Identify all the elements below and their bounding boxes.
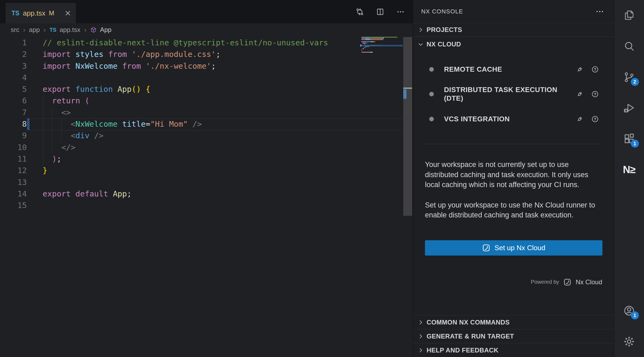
git-modified-badge: M <box>49 9 54 17</box>
breadcrumb-file[interactable]: app.tsx <box>60 26 80 34</box>
setup-nx-cloud-button[interactable]: Set up Nx Cloud <box>425 240 602 256</box>
feature-label: VCS INTEGRATION <box>444 115 573 123</box>
code-token <box>43 131 71 140</box>
nx-cloud-logo-icon <box>563 278 571 286</box>
line-number[interactable]: 14 <box>0 188 27 200</box>
panel-header: NX CONSOLE <box>413 0 614 23</box>
code-line[interactable]: import NxWelcome from './nx-welcome'; <box>43 60 328 72</box>
line-number[interactable]: 11 <box>0 153 27 165</box>
connect-plug-icon[interactable] <box>576 115 584 123</box>
code-line[interactable]: ); <box>43 153 328 165</box>
minimap-line <box>361 41 402 42</box>
breadcrumb-symbol[interactable]: App <box>100 26 112 34</box>
line-number[interactable]: 9 <box>0 130 27 141</box>
chevron-right-icon <box>417 27 424 33</box>
connect-plug-icon[interactable] <box>576 65 584 73</box>
activitybar-settings[interactable] <box>614 326 644 357</box>
help-icon[interactable]: ? <box>591 115 599 123</box>
code-line[interactable]: return ( <box>43 95 328 107</box>
help-icon[interactable]: ? <box>591 65 599 73</box>
code-line[interactable]: // eslint-disable-next-line @typescript-… <box>43 37 328 49</box>
code-line[interactable] <box>43 72 328 83</box>
code-line[interactable]: <> <box>43 107 328 118</box>
code-line[interactable]: export default App; <box>43 188 328 200</box>
code-token: from <box>117 61 146 71</box>
code-line[interactable]: <div /> <box>43 130 328 141</box>
activitybar-run-debug[interactable] <box>614 93 644 123</box>
activitybar-extensions[interactable]: 1 <box>614 123 644 154</box>
code-line[interactable] <box>43 200 328 211</box>
split-editor-icon[interactable] <box>376 8 384 16</box>
feature-actions: ? <box>576 65 599 73</box>
tab-app-tsx[interactable]: TS app.tsx M <box>6 3 76 23</box>
activitybar-search[interactable] <box>614 31 644 62</box>
code-line[interactable] <box>43 177 328 188</box>
section-nx-cloud[interactable]: NX CLOUD <box>413 37 614 52</box>
code-line[interactable]: import styles from './app.module.css'; <box>43 49 328 60</box>
code-token: <> <box>61 108 71 117</box>
help-icon[interactable]: ? <box>591 90 599 98</box>
connect-plug-icon[interactable] <box>576 90 584 98</box>
section-generate-run-target[interactable]: GENERATE & RUN TARGET <box>413 329 614 343</box>
section-label: HELP AND FEEDBACK <box>427 347 498 354</box>
minimap[interactable] <box>361 37 402 54</box>
feature-actions: ? <box>576 90 599 98</box>
extensions-badge: 1 <box>631 140 639 148</box>
collapsed-sections: COMMON NX COMMANDSGENERATE & RUN TARGETH… <box>413 315 614 357</box>
code-line[interactable]: } <box>43 165 328 176</box>
more-actions-icon[interactable] <box>595 7 604 16</box>
line-number[interactable]: 2 <box>0 49 27 60</box>
activitybar-accounts[interactable]: 1 <box>614 295 644 326</box>
line-number[interactable]: 6 <box>0 95 27 107</box>
section-projects[interactable]: PROJECTS <box>413 23 614 37</box>
line-number[interactable]: 13 <box>0 177 27 188</box>
section-common-nx-commands[interactable]: COMMON NX COMMANDS <box>413 315 614 329</box>
line-number[interactable]: 4 <box>0 72 27 83</box>
code-line[interactable]: <NxWelcome title="Hi Mom" /> <box>43 118 328 130</box>
breadcrumb-app[interactable]: app <box>29 26 40 34</box>
code-token: /> <box>188 119 202 129</box>
panel-title: NX CONSOLE <box>421 8 463 15</box>
minimap-modified-marker <box>360 45 361 46</box>
open-changes-icon[interactable] <box>356 8 364 16</box>
code-token: "Hi Mom" <box>150 119 188 129</box>
vertical-scrollbar[interactable] <box>403 36 412 357</box>
scrollbar-slider[interactable] <box>403 37 412 216</box>
line-number[interactable]: 5 <box>0 83 27 95</box>
code-token: } <box>43 166 47 175</box>
activitybar-explorer[interactable] <box>614 0 644 31</box>
line-number[interactable]: 10 <box>0 142 27 153</box>
line-number[interactable]: 7 <box>0 107 27 118</box>
minimap-line <box>361 44 402 45</box>
code-token: ; <box>216 50 220 59</box>
line-number[interactable]: 3 <box>0 60 27 72</box>
code-token: ; <box>127 189 131 198</box>
status-bullet-icon <box>429 92 434 96</box>
line-number[interactable]: 1 <box>0 37 27 49</box>
code-line[interactable]: export function App() { <box>43 83 328 95</box>
feature-actions: ? <box>576 115 599 123</box>
svg-text:?: ? <box>594 117 596 121</box>
code-token: div <box>75 131 89 140</box>
setup-button-label: Set up Nx Cloud <box>494 244 545 252</box>
line-number[interactable]: 15 <box>0 200 27 211</box>
code-line[interactable]: </> <box>43 142 328 153</box>
nx-cloud-body: REMOTE CACHE?DISTRIBUTED TASK EXECUTION … <box>413 52 614 286</box>
minimap-line <box>361 53 402 54</box>
close-icon[interactable] <box>65 10 71 16</box>
activitybar-source-control[interactable]: 2 <box>614 62 644 93</box>
code-editor[interactable]: 123456789101112131415 // eslint-disable-… <box>0 36 413 357</box>
breadcrumb-src[interactable]: src <box>11 26 19 34</box>
line-number[interactable]: 8 <box>0 118 27 130</box>
activitybar-nx-console[interactable]: N≥ <box>614 154 644 185</box>
minimap-line <box>361 47 402 48</box>
nx-console-panel: NX CONSOLE PROJECTS NX CLOUD REMOTE CACH… <box>413 0 614 357</box>
code-token: function <box>75 85 117 94</box>
nx-cloud-feature-item: VCS INTEGRATION? <box>413 107 614 131</box>
section-help-and-feedback[interactable]: HELP AND FEEDBACK <box>413 343 614 357</box>
code-token: App <box>113 189 127 198</box>
code-token: './nx-welcome' <box>146 61 211 71</box>
code-token: ; <box>211 61 216 71</box>
line-number[interactable]: 12 <box>0 165 27 176</box>
more-actions-icon[interactable] <box>396 8 405 16</box>
